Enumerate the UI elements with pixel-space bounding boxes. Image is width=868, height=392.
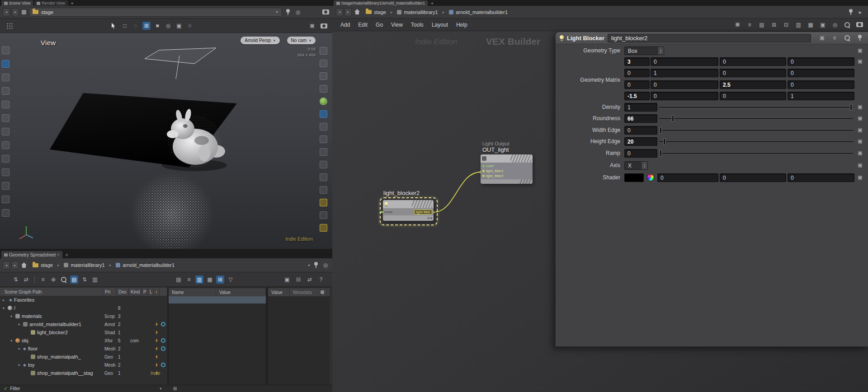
more-badge[interactable]: more <box>384 210 392 214</box>
menu-layout[interactable]: Layout <box>428 22 452 28</box>
matrix-field-0-0[interactable]: 3 <box>624 57 650 66</box>
disable-snap-icon[interactable]: ◎ <box>164 22 172 30</box>
node-flag-bar[interactable] <box>383 200 434 208</box>
lighting-icon[interactable] <box>320 135 327 143</box>
nav-back-button[interactable]: ◂ <box>3 261 10 269</box>
matrix-field-1-1[interactable]: 1 <box>651 69 718 77</box>
misc-tool-icon[interactable] <box>2 209 9 217</box>
node-body[interactable]: more light filter <box>383 200 434 221</box>
ramp-slider[interactable] <box>659 149 853 158</box>
port-light-filter2[interactable]: light_filter2 <box>481 173 533 178</box>
menu-help[interactable]: Help <box>453 22 471 28</box>
camera-lock-icon[interactable] <box>320 72 327 80</box>
height-edge-field[interactable]: 20 <box>624 137 657 146</box>
activation-bolt-icon[interactable] <box>155 322 158 327</box>
search-icon[interactable] <box>843 34 851 42</box>
parm-menu-icon[interactable] <box>856 137 864 146</box>
menu-go[interactable]: Go <box>372 22 387 28</box>
matrix-field-2-3[interactable]: 0 <box>788 80 854 89</box>
snapshot-icon[interactable] <box>855 21 863 29</box>
breadcrumb-materialbuilder[interactable]: arnold_materialbuilder1 <box>113 261 178 270</box>
move-tool-icon[interactable] <box>2 74 9 81</box>
collapse-pane-icon[interactable]: ▸ <box>856 8 864 16</box>
persp-view-icon[interactable] <box>320 47 327 55</box>
breadcrumb-materiallibrary[interactable]: materiallibrary1 <box>394 8 441 17</box>
tree-row-floor[interactable]: ▾◆floor Mesh2 <box>0 345 167 353</box>
import-icon[interactable]: ⇅ <box>12 275 20 284</box>
parm-menu-icon[interactable] <box>856 114 864 123</box>
shader-b-field[interactable]: 0 <box>788 173 854 182</box>
node-name-field[interactable]: light_blocker2 <box>608 34 811 42</box>
guides-icon[interactable] <box>320 173 327 181</box>
handles-tool-icon[interactable] <box>2 114 9 122</box>
snap-tool-icon[interactable] <box>2 155 9 163</box>
pose-tool-icon[interactable] <box>2 128 9 135</box>
wrench-icon[interactable] <box>733 21 741 29</box>
expander-icon[interactable]: ▾ <box>18 363 23 367</box>
column-menu-icon[interactable] <box>321 290 324 294</box>
tree-row-toy[interactable]: ▾◆toy Mesh2 <box>0 361 167 369</box>
columns-icon[interactable]: ▥ <box>91 275 99 284</box>
matrix-field-0-1[interactable]: 0 <box>651 57 718 66</box>
matrix-field-2-2[interactable]: 2.5 <box>720 80 786 89</box>
tree-row-root[interactable]: ▾/ 8 <box>0 304 167 312</box>
parm-menu-icon[interactable] <box>856 161 864 170</box>
breadcrumb-materiallibrary[interactable]: materiallibrary1 <box>61 261 108 270</box>
grid-snap-icon[interactable]: ■ <box>153 22 161 30</box>
chevron-down-icon[interactable]: ▼ <box>159 387 162 390</box>
grid-toggle-icon[interactable]: ⊞ <box>172 386 178 392</box>
frame-view-icon[interactable] <box>320 85 327 93</box>
chevron-down-icon[interactable]: ▼ <box>307 264 311 267</box>
translate-tool-icon[interactable]: □ <box>121 22 129 30</box>
node-light-blocker2[interactable]: light_blocker2 more light filter <box>380 190 420 198</box>
filter-sliders-icon[interactable]: ≡ <box>39 275 47 284</box>
tree-row-favorites[interactable]: ▸★Favorites <box>0 296 167 304</box>
grid-hide-icon[interactable]: ⊟ <box>782 21 790 29</box>
tab-network-path[interactable]: /stage/materiallibrary1/arnold_materialb… <box>334 0 428 6</box>
roundness-field[interactable]: 66 <box>624 114 657 123</box>
stage-path-dropdown[interactable]: stage ▼ <box>29 8 282 17</box>
target-icon[interactable] <box>161 346 165 351</box>
view-tool-icon[interactable] <box>2 141 9 149</box>
target-icon[interactable] <box>161 322 165 327</box>
light-filter-badge[interactable]: light filter <box>414 210 432 215</box>
node-info-icon[interactable]: ▣ <box>819 21 827 29</box>
close-tab-icon[interactable]: × <box>57 252 59 257</box>
tree-row-shop-materialpath-stag[interactable]: shop_materialpath__stag Geo1 <box>0 369 167 377</box>
expander-icon[interactable]: ▾ <box>3 306 7 310</box>
matrix-field-3-3[interactable]: 1 <box>788 92 854 100</box>
activation-bolt-icon[interactable] <box>155 338 158 343</box>
activation-bolt-icon[interactable] <box>155 346 158 351</box>
node-footer-bar[interactable] <box>383 215 434 221</box>
node-flag-bar[interactable] <box>481 154 533 163</box>
funnel-filter-icon[interactable]: ▽ <box>226 275 235 284</box>
render-mode-icon[interactable] <box>320 110 327 118</box>
breadcrumb-stage[interactable]: stage <box>363 8 389 17</box>
pin-icon[interactable] <box>284 8 292 16</box>
node-out-light[interactable]: Light Output OUT_light color light_filte… <box>481 141 533 184</box>
target-icon[interactable] <box>161 363 165 367</box>
search-icon[interactable] <box>843 21 851 29</box>
matrix-field-2-1[interactable]: 0 <box>651 80 718 89</box>
overview-icon[interactable]: ◎ <box>831 21 839 29</box>
sort-icon[interactable]: ⇅ <box>80 275 89 284</box>
density-field[interactable]: 1 <box>624 103 657 112</box>
gear-icon[interactable] <box>308 22 316 30</box>
expander-icon[interactable]: ▾ <box>18 322 23 327</box>
expander-icon[interactable]: ▾ <box>18 347 23 351</box>
rotate-tool-icon[interactable] <box>2 87 9 95</box>
activation-bolt-icon[interactable] <box>155 330 158 335</box>
matrix-field-3-2[interactable]: 0 <box>720 92 786 100</box>
target-icon[interactable] <box>161 338 165 343</box>
breadcrumb-materialbuilder[interactable]: arnold_materialbuilder1 <box>446 8 511 17</box>
tab-geometry-spreadsheet[interactable]: Geometry Spreadsheet × <box>1 251 62 258</box>
display-options-icon[interactable] <box>321 8 330 16</box>
render-star-icon[interactable]: ☆ <box>186 22 194 30</box>
input-port-dot[interactable] <box>381 211 383 213</box>
link-icon[interactable]: ◎ <box>321 261 330 269</box>
expander-icon[interactable]: ▾ <box>10 314 15 318</box>
ortho-view-icon[interactable] <box>320 60 327 67</box>
parm-menu-icon[interactable] <box>856 103 864 112</box>
grid-view-icon[interactable]: ⊞ <box>216 275 224 284</box>
shader-color-swatch[interactable] <box>624 173 644 182</box>
